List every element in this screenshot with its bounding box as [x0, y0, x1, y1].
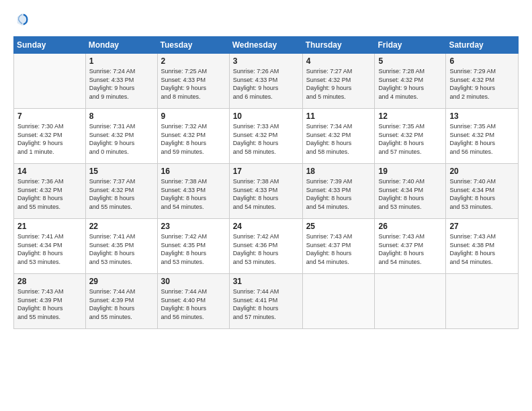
week-row-2: 7Sunrise: 7:30 AM Sunset: 4:32 PM Daylig… [14, 109, 519, 164]
day-cell: 20Sunrise: 7:40 AM Sunset: 4:34 PM Dayli… [446, 164, 519, 219]
day-cell: 1Sunrise: 7:24 AM Sunset: 4:33 PM Daylig… [85, 54, 157, 109]
day-number: 26 [378, 222, 442, 231]
day-number: 19 [378, 167, 442, 176]
day-cell: 16Sunrise: 7:38 AM Sunset: 4:33 PM Dayli… [157, 164, 229, 219]
week-row-4: 21Sunrise: 7:41 AM Sunset: 4:34 PM Dayli… [14, 219, 519, 274]
day-number: 17 [233, 167, 299, 176]
day-number: 28 [17, 277, 82, 286]
day-info: Sunrise: 7:41 AM Sunset: 4:35 PM Dayligh… [89, 232, 154, 266]
weekday-wednesday: Wednesday [229, 37, 302, 54]
day-number: 14 [17, 167, 82, 176]
day-info: Sunrise: 7:38 AM Sunset: 4:33 PM Dayligh… [161, 177, 226, 211]
day-info: Sunrise: 7:43 AM Sunset: 4:37 PM Dayligh… [378, 232, 442, 266]
week-row-1: 1Sunrise: 7:24 AM Sunset: 4:33 PM Daylig… [14, 54, 519, 109]
day-cell: 12Sunrise: 7:35 AM Sunset: 4:32 PM Dayli… [375, 109, 446, 164]
day-info: Sunrise: 7:29 AM Sunset: 4:32 PM Dayligh… [449, 67, 515, 101]
day-info: Sunrise: 7:35 AM Sunset: 4:32 PM Dayligh… [449, 122, 515, 156]
day-number: 18 [306, 167, 371, 176]
logo [13, 12, 30, 30]
day-cell: 2Sunrise: 7:25 AM Sunset: 4:33 PM Daylig… [157, 54, 229, 109]
day-info: Sunrise: 7:41 AM Sunset: 4:34 PM Dayligh… [17, 232, 82, 266]
day-cell: 11Sunrise: 7:34 AM Sunset: 4:32 PM Dayli… [302, 109, 375, 164]
day-info: Sunrise: 7:34 AM Sunset: 4:32 PM Dayligh… [306, 122, 371, 156]
day-cell: 7Sunrise: 7:30 AM Sunset: 4:32 PM Daylig… [14, 109, 86, 164]
day-info: Sunrise: 7:24 AM Sunset: 4:33 PM Dayligh… [89, 67, 154, 101]
day-number: 6 [449, 56, 515, 66]
day-cell: 6Sunrise: 7:29 AM Sunset: 4:32 PM Daylig… [446, 54, 519, 109]
day-number: 12 [378, 111, 442, 121]
day-number: 23 [161, 222, 226, 231]
day-info: Sunrise: 7:30 AM Sunset: 4:32 PM Dayligh… [17, 122, 82, 156]
day-info: Sunrise: 7:36 AM Sunset: 4:32 PM Dayligh… [17, 177, 82, 211]
day-cell [302, 274, 375, 329]
day-cell: 13Sunrise: 7:35 AM Sunset: 4:32 PM Dayli… [446, 109, 519, 164]
day-number: 22 [89, 222, 154, 231]
weekday-monday: Monday [85, 37, 157, 54]
week-row-3: 14Sunrise: 7:36 AM Sunset: 4:32 PM Dayli… [14, 164, 519, 219]
day-number: 3 [233, 56, 299, 66]
day-cell: 24Sunrise: 7:42 AM Sunset: 4:36 PM Dayli… [229, 219, 302, 274]
day-cell: 23Sunrise: 7:42 AM Sunset: 4:35 PM Dayli… [157, 219, 229, 274]
day-cell: 21Sunrise: 7:41 AM Sunset: 4:34 PM Dayli… [14, 219, 86, 274]
day-number: 30 [161, 277, 226, 286]
day-info: Sunrise: 7:40 AM Sunset: 4:34 PM Dayligh… [449, 177, 515, 211]
day-number: 2 [161, 56, 226, 66]
weekday-header-row: SundayMondayTuesdayWednesdayThursdayFrid… [14, 37, 519, 54]
day-info: Sunrise: 7:43 AM Sunset: 4:38 PM Dayligh… [449, 232, 515, 266]
day-info: Sunrise: 7:43 AM Sunset: 4:39 PM Dayligh… [17, 287, 82, 321]
day-cell: 8Sunrise: 7:31 AM Sunset: 4:32 PM Daylig… [85, 109, 157, 164]
day-number: 4 [306, 56, 371, 66]
day-number: 21 [17, 222, 82, 231]
day-number: 1 [89, 56, 154, 66]
day-info: Sunrise: 7:42 AM Sunset: 4:35 PM Dayligh… [161, 232, 226, 266]
page: SundayMondayTuesdayWednesdayThursdayFrid… [0, 0, 532, 411]
day-info: Sunrise: 7:25 AM Sunset: 4:33 PM Dayligh… [161, 67, 226, 101]
weekday-sunday: Sunday [14, 37, 86, 54]
day-cell: 17Sunrise: 7:38 AM Sunset: 4:33 PM Dayli… [229, 164, 302, 219]
day-cell [14, 54, 86, 109]
day-info: Sunrise: 7:28 AM Sunset: 4:32 PM Dayligh… [378, 67, 442, 101]
day-cell: 10Sunrise: 7:33 AM Sunset: 4:32 PM Dayli… [229, 109, 302, 164]
header [13, 12, 519, 30]
weekday-thursday: Thursday [302, 37, 375, 54]
day-cell [375, 274, 446, 329]
logo-icon [15, 12, 30, 27]
day-number: 8 [89, 111, 154, 121]
day-cell [446, 274, 519, 329]
day-info: Sunrise: 7:31 AM Sunset: 4:32 PM Dayligh… [89, 122, 154, 156]
day-info: Sunrise: 7:44 AM Sunset: 4:40 PM Dayligh… [161, 287, 226, 321]
day-number: 9 [161, 111, 226, 121]
weekday-saturday: Saturday [446, 37, 519, 54]
day-info: Sunrise: 7:27 AM Sunset: 4:32 PM Dayligh… [306, 67, 371, 101]
day-cell: 19Sunrise: 7:40 AM Sunset: 4:34 PM Dayli… [375, 164, 446, 219]
day-cell: 25Sunrise: 7:43 AM Sunset: 4:37 PM Dayli… [302, 219, 375, 274]
weekday-friday: Friday [375, 37, 446, 54]
day-number: 15 [89, 167, 154, 176]
day-number: 11 [306, 111, 371, 121]
day-info: Sunrise: 7:35 AM Sunset: 4:32 PM Dayligh… [378, 122, 442, 156]
day-info: Sunrise: 7:42 AM Sunset: 4:36 PM Dayligh… [233, 232, 299, 266]
day-info: Sunrise: 7:33 AM Sunset: 4:32 PM Dayligh… [233, 122, 299, 156]
day-cell: 22Sunrise: 7:41 AM Sunset: 4:35 PM Dayli… [85, 219, 157, 274]
day-cell: 26Sunrise: 7:43 AM Sunset: 4:37 PM Dayli… [375, 219, 446, 274]
day-cell: 9Sunrise: 7:32 AM Sunset: 4:32 PM Daylig… [157, 109, 229, 164]
day-number: 24 [233, 222, 299, 231]
calendar-table: SundayMondayTuesdayWednesdayThursdayFrid… [13, 36, 519, 329]
day-cell: 14Sunrise: 7:36 AM Sunset: 4:32 PM Dayli… [14, 164, 86, 219]
day-cell: 28Sunrise: 7:43 AM Sunset: 4:39 PM Dayli… [14, 274, 86, 329]
day-number: 25 [306, 222, 371, 231]
day-cell: 30Sunrise: 7:44 AM Sunset: 4:40 PM Dayli… [157, 274, 229, 329]
day-cell: 4Sunrise: 7:27 AM Sunset: 4:32 PM Daylig… [302, 54, 375, 109]
day-cell: 18Sunrise: 7:39 AM Sunset: 4:33 PM Dayli… [302, 164, 375, 219]
day-cell: 5Sunrise: 7:28 AM Sunset: 4:32 PM Daylig… [375, 54, 446, 109]
day-info: Sunrise: 7:32 AM Sunset: 4:32 PM Dayligh… [161, 122, 226, 156]
day-number: 7 [17, 111, 82, 121]
day-info: Sunrise: 7:44 AM Sunset: 4:41 PM Dayligh… [233, 287, 299, 321]
day-number: 20 [449, 167, 515, 176]
day-number: 27 [449, 222, 515, 231]
day-cell: 31Sunrise: 7:44 AM Sunset: 4:41 PM Dayli… [229, 274, 302, 329]
day-number: 29 [89, 277, 154, 286]
day-cell: 27Sunrise: 7:43 AM Sunset: 4:38 PM Dayli… [446, 219, 519, 274]
day-info: Sunrise: 7:40 AM Sunset: 4:34 PM Dayligh… [378, 177, 442, 211]
day-info: Sunrise: 7:38 AM Sunset: 4:33 PM Dayligh… [233, 177, 299, 211]
